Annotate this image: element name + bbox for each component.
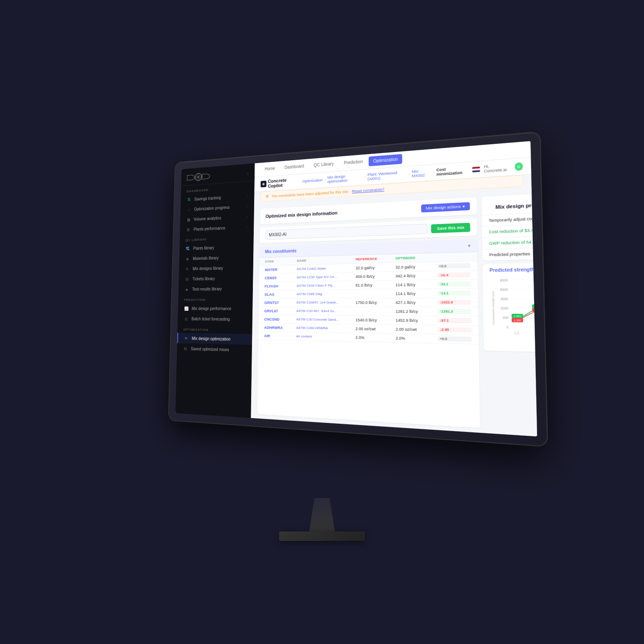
flag-icon [472,167,480,173]
sidebar-label-test-results: Test results library [192,286,222,291]
saved-mixes-icon: ⊟ [183,346,188,351]
sidebar-item-saved-mixes[interactable]: ⊟ Saved optimized mixes [177,343,252,355]
breadcrumb-optimization[interactable]: Optimization [302,178,323,183]
cell-name: ASTM C33 #67, 3/4x4 Gr... [296,309,355,313]
volume-icon: ▦ [186,217,191,222]
cell-code[interactable]: GRVL67 [264,309,296,313]
table-row: GRNTS7 ASTM C33#57, 1x4 Granit... 1750.0… [259,298,478,307]
warning-icon: ⚙ [265,194,269,199]
cell-optimized: 114.1 lb/cy [395,291,437,296]
save-mix-button[interactable]: Save this mix [431,222,470,233]
cell-reference: 81.0 lb/cy [355,283,395,287]
monitor-stand-neck [309,498,335,532]
cell-reference: 2.0% [355,335,396,340]
cell-optimized: 1452.9 lb/cy [396,318,438,322]
plants-perf-icon: ⊞ [185,227,191,232]
test-results-icon: ▲ [184,286,189,292]
breadcrumb-right: Hi, Concrete.ai C [472,162,523,174]
properties-title: Mix design properties [489,196,538,213]
sidebar-item-mix-designs-library[interactable]: ≡ Mix designs library [179,262,253,274]
sidebar-label-saved-mixes: Saved optimized mixes [191,346,229,352]
svg-text:4000: 4000 [500,297,508,301]
tab-qc-library[interactable]: QC Library [310,159,338,171]
table-section-title: Mix constituents [265,249,296,254]
content-area: Optimized mix design information Mix des… [251,190,537,437]
cell-optimized: 427.1 lb/cy [395,300,437,305]
cell-optimized: 114.1 lb/cy [395,282,437,287]
breadcrumb-current: Cost minimization [436,166,469,177]
sidebar-label-plants-perf: Plants performance [194,226,225,231]
chevron-icon-2: › [247,204,248,208]
cell-code[interactable]: AIR [264,334,296,338]
cell-reference: 32.0 gal/cy [355,265,395,270]
cell-optimized: 2.00 oz/cwt [396,327,438,332]
svg-text:Compressive strength (psi): Compressive strength (psi) [492,292,495,325]
cell-name: ASTM C33 Concrete Sand... [296,317,355,322]
tab-prediction[interactable]: Prediction [340,156,367,169]
batch-icon: ◎ [183,316,188,322]
breadcrumb-plant[interactable]: Plant: Westwood (AI001) [368,170,407,181]
sidebar-item-test-results-library[interactable]: ▲ Test results library [179,283,253,295]
svg-text:2000: 2000 [501,307,509,310]
cell-change: ↓2.95 [437,327,471,333]
cell-code[interactable]: CNCSND [264,317,296,321]
sidebar-item-mix-design-perf[interactable]: 📈 Mix design performance [178,303,252,314]
cell-change: +0.0 [437,263,471,269]
section-label-optimization: OPTIMIZATION [177,324,252,334]
cell-code[interactable]: GRNTS7 [264,301,297,305]
sidebar-label-plants-lib: Plants library [193,246,214,251]
cell-code[interactable]: CEM25 [265,275,297,280]
cell-reference: 1540.0 lb/cy [355,318,396,322]
chevron-icon: › [247,194,249,197]
sidebar-label-mix-designs: Mix designs library [193,266,223,271]
user-greeting: Hi, Concrete.ai [484,163,511,173]
svg-line-5 [511,327,537,328]
gwp-reduction-label: GWP reduction of 54.88 eCO₂ kg/m³ (17%) [489,238,537,246]
cell-code[interactable]: SLAG [264,292,297,296]
cell-name: ASTM C33#57, 1x4 Granit... [297,301,356,304]
svg-text:1,000: 1,000 [513,319,522,322]
sidebar-label-batch: Batch ticket forecasting [191,316,230,321]
breadcrumb-mix-design-opt[interactable]: Mix design optimization [327,173,362,184]
sidebar-item-tickets-library[interactable]: ⊟ Tickets library [179,273,253,284]
cell-optimized: 32.0 gal/cy [395,264,437,269]
svg-text:0: 0 [507,325,509,329]
mix-name-input[interactable] [265,224,428,240]
cell-code[interactable]: FLYASH [264,284,297,288]
svg-line-2 [511,298,537,299]
breadcrumb-mix[interactable]: Mix: MX002 [412,168,431,178]
right-panel: Mix design properties ✓ ! Temporarily ad… [481,190,537,437]
tab-home[interactable]: Home [261,163,279,174]
svg-text:6000: 6000 [500,288,508,292]
reset-constraints-link[interactable]: Reset constraints? [352,187,385,193]
table-body: WATER ASTM C1602 Water 32.0 gal/cy 32.0 … [258,261,479,344]
table-row: SLAG ASTM C989 Slag 114.1 lb/cy ↑14.1 [259,289,478,298]
cell-reference: 1750.0 lb/cy [355,300,395,304]
mix-design-actions-button[interactable]: Mix design actions ▾ [421,202,470,213]
chart-svg: 8000 6000 4000 2000 200 0 [489,273,537,343]
cell-code[interactable]: WATER [265,267,297,272]
tab-optimization[interactable]: Optimization [369,154,402,167]
sidebar-item-batch-forecasting[interactable]: ◎ Batch ticket forecasting [178,313,252,325]
cell-code[interactable]: ADHRWRA [264,325,296,330]
svg-line-1 [510,289,537,289]
brand-icon-small: ⊛ [261,181,266,188]
sidebar-label-tickets: Tickets library [192,276,215,281]
wing-right-icon [202,173,210,179]
strength-title-text: Predicted strength development [489,266,537,273]
cell-change: +0.0 [438,336,472,342]
table-collapse-icon[interactable]: ▾ [468,243,471,248]
strength-chart-panel: Predicted strength development ⟳ 🔍 ⊙ ⌂ ≡ [483,261,537,355]
opt-progress-icon: → [186,207,191,212]
collapse-icon[interactable]: ‹ [247,171,249,175]
svg-text:7: 7 [536,331,537,335]
sidebar-label-mix-perf: Mix design performance [191,306,231,310]
warning-message: The constraints have been adjusted for t… [271,189,349,198]
predicted-props-label: Predicted properties [489,252,530,257]
adjust-label: Temporarily adjust constraints? [489,216,537,223]
tab-dashboard[interactable]: Dashboard [280,161,308,173]
th-change [437,255,471,259]
cell-change: ↑33.1 [437,281,471,286]
cell-change: ↑1281.2 [437,309,471,314]
svg-text:2,800: 2,800 [534,309,537,312]
